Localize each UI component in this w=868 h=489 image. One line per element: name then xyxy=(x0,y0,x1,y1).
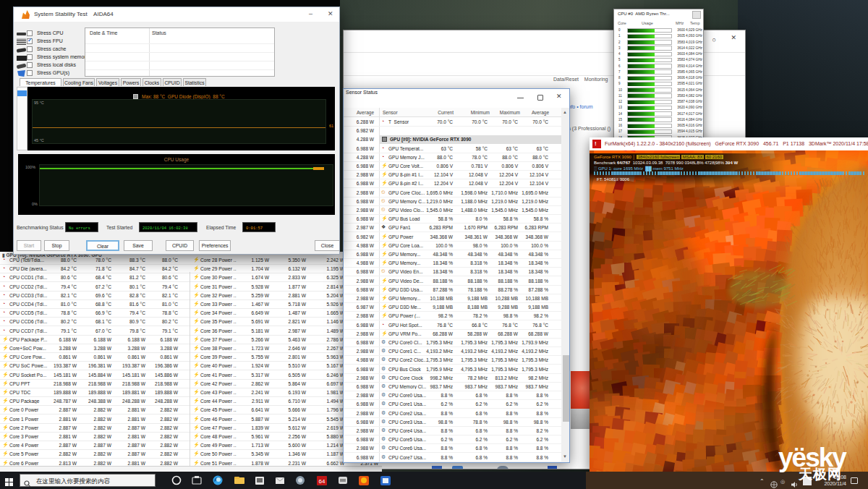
svg-text:64: 64 xyxy=(319,478,326,485)
